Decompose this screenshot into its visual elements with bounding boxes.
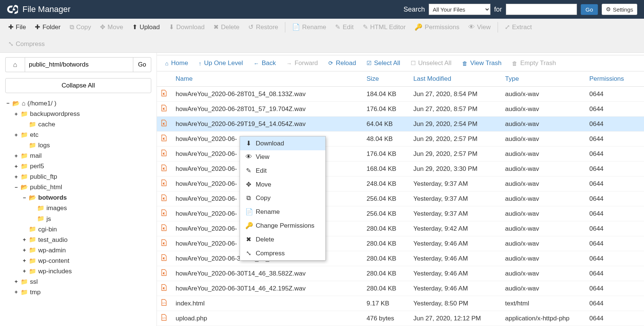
col-header-name[interactable]: Name: [172, 71, 363, 87]
move-button[interactable]: ✥Move: [95, 20, 128, 34]
tree-expander[interactable]: −: [5, 99, 10, 108]
copy-button[interactable]: ⧉Copy: [65, 21, 96, 34]
file-row[interactable]: howAreYou_2020-06-256.04 KBYesterday, 9:…: [157, 206, 644, 221]
html-editor-button[interactable]: ✎HTML Editor: [358, 20, 410, 34]
view-trash-button[interactable]: 🗑View Trash: [457, 57, 507, 69]
file-row[interactable]: howAreYou_2020-06-28T01_57_19.704Z.wav17…: [157, 102, 644, 117]
nav-back-button[interactable]: ←Back: [248, 57, 281, 69]
col-header-modified[interactable]: Last Modified: [410, 71, 501, 87]
path-input[interactable]: [25, 57, 133, 72]
ctx-copy[interactable]: ⧉Copy: [240, 191, 325, 205]
tree-node[interactable]: +📁cgi-bin: [5, 224, 151, 235]
nav-reload-button[interactable]: ⟳Reload: [323, 57, 361, 69]
col-header-permissions[interactable]: Permissions: [586, 71, 644, 87]
nav-home-button[interactable]: ⌂Home: [160, 57, 193, 69]
tree-node[interactable]: +📁js: [5, 214, 151, 224]
path-home-button[interactable]: ⌂: [5, 57, 25, 72]
file-row[interactable]: howAreYou_2020-06-280.04 KBYesterday, 9:…: [157, 236, 644, 251]
col-header-type[interactable]: Type: [501, 71, 586, 87]
toolbar-divider: [285, 22, 285, 33]
ctx-move[interactable]: ✥Move: [240, 178, 325, 191]
col-header-size[interactable]: Size: [363, 71, 410, 87]
file-row[interactable]: howAreYou_2020-06-256.04 KBYesterday, 9:…: [157, 191, 644, 206]
new-folder-button[interactable]: ✚Folder: [30, 20, 65, 34]
file-row[interactable]: howAreYou_2020-06-176.04 KBJun 29, 2020,…: [157, 147, 644, 162]
ctx-download[interactable]: ⬇Download: [240, 136, 325, 150]
tree-node[interactable]: +📁perl5: [5, 161, 151, 172]
tree-node[interactable]: +📁backupwordpress: [5, 109, 151, 119]
settings-button[interactable]: ⚙ Settings: [602, 4, 637, 15]
tree-expander[interactable]: +: [13, 131, 19, 139]
ctx-rename[interactable]: 📄Rename: [240, 205, 325, 219]
edit-button[interactable]: ✎Edit: [331, 20, 358, 34]
compress-button[interactable]: ⤡Compress: [4, 37, 49, 51]
tree-expander[interactable]: +: [13, 288, 19, 296]
tree-node[interactable]: −📂⌂(/home1/ ): [5, 98, 151, 109]
permissions-button[interactable]: 🔑Permissions: [410, 20, 464, 34]
tree-node[interactable]: +📁images: [5, 203, 151, 213]
ctx-edit[interactable]: ✎Edit: [240, 164, 325, 178]
nav-up-button[interactable]: ↑Up One Level: [193, 57, 248, 69]
collapse-all-button[interactable]: Collapse All: [5, 78, 151, 93]
ctx-delete[interactable]: ✖Delete: [240, 233, 325, 246]
tree-expander[interactable]: +: [13, 152, 19, 160]
file-row[interactable]: howAreYou_2020-06-29T19_54_14.054Z.wav64…: [157, 117, 644, 132]
ctx-view[interactable]: 👁View: [240, 150, 325, 164]
tree-node[interactable]: +📁logs: [5, 140, 151, 151]
file-row[interactable]: </>index.html9.17 KBYesterday, 8:50 PMte…: [157, 296, 644, 311]
file-row[interactable]: howAreYou_2020-06-48.04 KBJun 29, 2020, …: [157, 132, 644, 147]
upload-button[interactable]: ⬆Upload: [128, 20, 164, 34]
unselect-all-button[interactable]: ☐Unselect All: [405, 57, 457, 69]
ctx-change-permissions[interactable]: 🔑Change Permissions: [240, 219, 325, 233]
tree-expander[interactable]: +: [13, 173, 19, 181]
search-go-button[interactable]: Go: [581, 4, 598, 15]
file-size: 256.04 KB: [363, 206, 410, 221]
search-scope-select[interactable]: All Your Files: [429, 4, 490, 15]
restore-button[interactable]: ↺Restore: [244, 20, 283, 34]
download-button[interactable]: ⬇Download: [164, 20, 209, 34]
tree-node[interactable]: +📁tmp: [5, 287, 151, 298]
file-row[interactable]: howAreYou_2020-06-280.04 KBYesterday, 9:…: [157, 221, 644, 236]
tree-expander[interactable]: +: [13, 162, 19, 171]
tree-expander[interactable]: +: [22, 256, 27, 265]
tree-node[interactable]: −📂botwords: [5, 193, 151, 203]
tree-node[interactable]: +📁test_audio: [5, 235, 151, 245]
file-row[interactable]: howAreYou_2020-06-168.04 KBJun 29, 2020,…: [157, 162, 644, 176]
audio-file-icon: [161, 284, 168, 291]
tree-node[interactable]: −📂public_html: [5, 182, 151, 193]
file-row[interactable]: howAreYou_2020-06-28T01_54_08.133Z.wav18…: [157, 87, 644, 102]
tree-expander[interactable]: +: [13, 277, 19, 286]
tree-node-label: cgi-bin: [38, 224, 57, 235]
rename-button[interactable]: 📄Rename: [288, 20, 331, 34]
tree-node[interactable]: +📁wp-includes: [5, 266, 151, 277]
tree-expander[interactable]: +: [22, 236, 27, 244]
delete-button[interactable]: ✖Delete: [209, 20, 244, 34]
file-row[interactable]: howAreYou_2020-06-248.04 KBYesterday, 9:…: [157, 176, 644, 191]
search-input[interactable]: [506, 4, 577, 15]
extract-button[interactable]: ⤢Extract: [500, 20, 537, 34]
file-row[interactable]: howAreYou_2020-06-30T14_46_34.992Z.wav28…: [157, 251, 644, 266]
new-file-button[interactable]: ✚File: [4, 20, 30, 34]
tree-expander[interactable]: +: [22, 246, 27, 255]
ctx-compress[interactable]: ⤡Compress: [240, 246, 325, 260]
file-table-scroll[interactable]: Name Size Last Modified Type Permissions…: [157, 71, 644, 326]
path-go-button[interactable]: Go: [133, 57, 151, 72]
select-all-button[interactable]: ☑Select All: [361, 57, 405, 69]
tree-expander[interactable]: −: [22, 194, 27, 202]
tree-node[interactable]: +📁wp-content: [5, 256, 151, 266]
file-row[interactable]: howAreYou_2020-06-30T14_46_42.195Z.wav28…: [157, 281, 644, 296]
tree-node[interactable]: +📁ssl: [5, 277, 151, 287]
tree-node[interactable]: +📁etc: [5, 130, 151, 140]
tree-node[interactable]: +📁mail: [5, 151, 151, 161]
tree-node[interactable]: +📁wp-admin: [5, 245, 151, 256]
file-row[interactable]: </>upload.php476 bytesJun 27, 2020, 12:1…: [157, 311, 644, 326]
tree-node[interactable]: +📁public_ftp: [5, 172, 151, 182]
tree-expander[interactable]: +: [22, 267, 27, 276]
nav-forward-button[interactable]: →Forward: [281, 57, 323, 69]
file-row[interactable]: howAreYou_2020-06-30T14_46_38.582Z.wav28…: [157, 266, 644, 281]
tree-expander[interactable]: −: [13, 183, 19, 192]
tree-expander[interactable]: +: [13, 110, 19, 119]
empty-trash-button[interactable]: 🗑Empty Trash: [507, 57, 561, 69]
view-button[interactable]: 👁View: [464, 21, 495, 34]
tree-node[interactable]: +📁cache: [5, 119, 151, 130]
